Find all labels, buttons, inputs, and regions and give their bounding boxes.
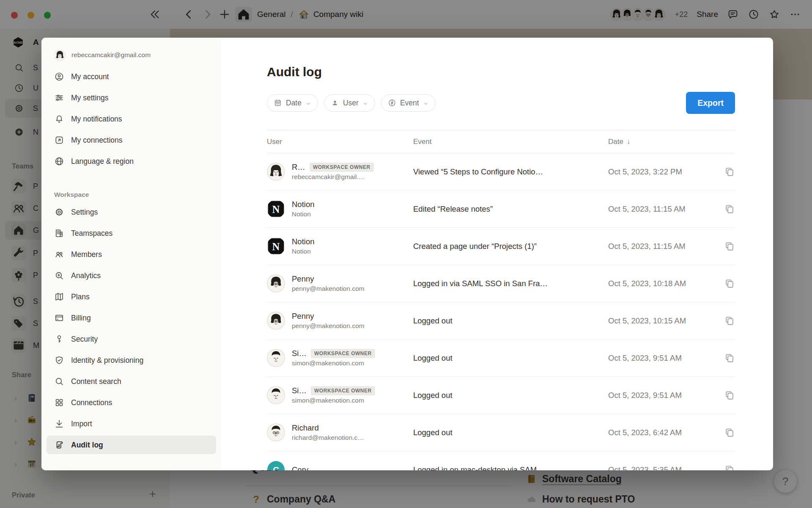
- svg-text:N: N: [272, 241, 280, 252]
- bell-icon: [54, 114, 64, 124]
- audit-log-row: Pennypenny@makenotion.comLogged in via S…: [267, 265, 735, 302]
- settings-nav-members[interactable]: Members: [47, 245, 216, 264]
- event-date: Oct 5, 2023, 3:22 PM: [608, 167, 682, 177]
- chevron-down-icon: [423, 100, 429, 106]
- user-name: R…: [292, 163, 305, 172]
- user-email: penny@makenotion.com: [292, 285, 365, 293]
- settings-nav-analytics[interactable]: Analytics: [47, 266, 216, 285]
- search-plus-icon: [54, 271, 64, 281]
- map-icon: [54, 292, 64, 302]
- user-avatar: N: [267, 200, 285, 218]
- settings-nav-teamspaces[interactable]: Teamspaces: [47, 224, 216, 243]
- user-avatar: C: [267, 461, 285, 470]
- user-name: Penny: [292, 312, 314, 321]
- settings-nav-language-region[interactable]: Language & region: [47, 152, 216, 171]
- settings-nav-my-connections[interactable]: My connections: [47, 131, 216, 149]
- audit-table: User Event Date↓ R…WORKSPACE OWNERrebecc…: [267, 130, 735, 470]
- settings-nav-my-notifications[interactable]: My notifications: [47, 110, 216, 128]
- user-email: richard@makenotion.c…: [292, 434, 364, 442]
- user-avatar: [267, 274, 285, 293]
- account-row: rebeccamcakir@gmail.com: [54, 49, 214, 61]
- event-date: Oct 5, 2023, 11:15 AM: [608, 242, 686, 251]
- event-date: Oct 5, 2023, 9:51 AM: [608, 353, 682, 363]
- event-description: Viewed “5 Steps to Configure Notio…: [413, 167, 608, 177]
- copy-icon[interactable]: [724, 315, 735, 326]
- settings-nav-settings[interactable]: Settings: [47, 203, 216, 221]
- user-name: Cory: [292, 465, 308, 471]
- settings-nav-my-settings[interactable]: My settings: [47, 88, 216, 107]
- copy-icon[interactable]: [724, 166, 735, 177]
- event-description: Logged out: [413, 353, 608, 363]
- column-header-user[interactable]: User: [267, 138, 413, 146]
- event-description: Logged out: [413, 391, 608, 400]
- user-avatar: [267, 423, 285, 442]
- audit-log-row: CCoryLogged in on mac-desktop via SAM…Oc…: [267, 451, 735, 470]
- building-icon: [54, 228, 64, 238]
- copy-icon[interactable]: [724, 204, 735, 215]
- column-header-event[interactable]: Event: [413, 138, 608, 146]
- account-email: rebeccamcakir@gmail.com: [71, 51, 151, 59]
- event-description: Logged in via SAML SSO in San Fra…: [413, 279, 608, 288]
- sort-descending-icon: ↓: [627, 138, 631, 146]
- event-date: Oct 5, 2023, 9:51 AM: [608, 391, 682, 400]
- copy-icon[interactable]: [724, 464, 735, 471]
- settings-nav-my-account[interactable]: My account: [47, 67, 216, 86]
- settings-nav-plans[interactable]: Plans: [47, 287, 216, 306]
- user-name: Si…: [292, 386, 307, 395]
- chevron-down-icon: [305, 100, 311, 106]
- export-button[interactable]: Export: [686, 92, 735, 114]
- copy-icon[interactable]: [724, 427, 735, 438]
- filter-chip-date[interactable]: Date: [267, 94, 318, 112]
- column-header-date[interactable]: Date↓: [608, 138, 735, 146]
- user-avatar: [267, 312, 285, 330]
- settings-nav-connections[interactable]: Connections: [47, 393, 216, 412]
- user-email: rebeccamcakir@gmail.…: [292, 173, 374, 181]
- settings-nav-identity-provisioning[interactable]: Identity & provisioning: [47, 351, 216, 370]
- audit-log-row: NNotionNotionEdited “Release notes”Oct 5…: [267, 190, 735, 228]
- workspace-owner-badge: WORKSPACE OWNER: [310, 163, 374, 172]
- user-email: Notion: [292, 248, 314, 255]
- user-name: Notion: [292, 237, 314, 246]
- event-description: Created a page under “Projects (1)”: [413, 242, 608, 251]
- filter-chip-user[interactable]: User: [324, 94, 375, 112]
- chevron-down-icon: [362, 100, 368, 106]
- table-header: User Event Date↓: [267, 130, 735, 153]
- event-description: Logged out: [413, 316, 608, 326]
- scroll-icon: [54, 440, 64, 450]
- audit-log-panel: Audit log DateUserEvent Export User Even…: [221, 38, 773, 470]
- globe-icon: [54, 156, 64, 166]
- audit-log-row: Richardrichard@makenotion.c…Logged outOc…: [267, 414, 735, 451]
- svg-text:C: C: [273, 465, 279, 470]
- event-date: Oct 5, 2023, 11:15 AM: [608, 204, 686, 214]
- user-name: Notion: [292, 200, 314, 209]
- person-icon: [331, 99, 339, 107]
- audit-log-row: Si…WORKSPACE OWNERsimon@makenotion.comLo…: [267, 340, 735, 377]
- users-icon: [54, 249, 64, 260]
- event-description: Logged in on mac-desktop via SAM…: [413, 465, 608, 471]
- settings-nav-billing[interactable]: Billing: [47, 309, 216, 327]
- settings-nav-content-search[interactable]: Content search: [47, 372, 216, 391]
- copy-icon[interactable]: [724, 353, 735, 364]
- event-date: Oct 5, 2023, 6:42 AM: [608, 428, 682, 437]
- copy-icon[interactable]: [724, 278, 735, 289]
- event-description: Edited “Release notes”: [413, 204, 608, 214]
- audit-log-row: NNotionNotionCreated a page under “Proje…: [267, 228, 735, 265]
- audit-log-row: Pennypenny@makenotion.comLogged outOct 5…: [267, 302, 735, 340]
- copy-icon[interactable]: [724, 241, 735, 252]
- settings-nav-security[interactable]: Security: [47, 330, 216, 348]
- event-description: Logged out: [413, 428, 608, 437]
- user-name: Si…: [292, 349, 307, 358]
- user-avatar: [267, 349, 285, 367]
- filter-chip-event[interactable]: Event: [381, 94, 436, 112]
- user-name: Richard: [292, 423, 319, 433]
- copy-icon[interactable]: [724, 390, 735, 401]
- user-email: penny@makenotion.com: [292, 322, 365, 330]
- workspace-section-label: Workspace: [54, 191, 221, 199]
- notion-app: General / Company wiki +22 Share ACMEASU…: [0, 0, 812, 508]
- settings-modal: rebeccamcakir@gmail.com My accountMy set…: [41, 38, 773, 470]
- settings-sidebar: rebeccamcakir@gmail.com My accountMy set…: [41, 38, 221, 470]
- settings-nav-audit-log[interactable]: Audit log: [47, 436, 216, 454]
- settings-nav-import[interactable]: Import: [47, 414, 216, 433]
- arrow-down-icon: [54, 419, 64, 429]
- search-icon: [54, 376, 64, 387]
